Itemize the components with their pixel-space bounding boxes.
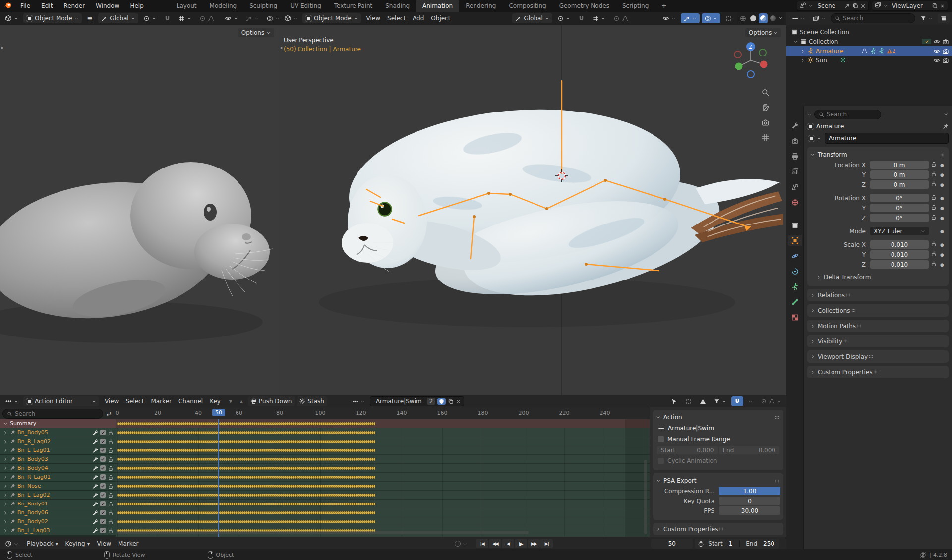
tab-constraints[interactable]: [788, 266, 802, 277]
channel-row-bn_r_lag01[interactable]: Bn_R_Lag01: [0, 473, 116, 481]
keyframe-grid[interactable]: [116, 419, 650, 537]
manual-frame-range-row[interactable]: Manual Frame Range: [656, 434, 780, 445]
field-value[interactable]: 0 m: [870, 180, 929, 189]
field-value[interactable]: 0°: [870, 214, 929, 222]
pivot-dropdown[interactable]: [554, 13, 573, 23]
dopesheet-menu-select[interactable]: Select: [122, 398, 147, 405]
channel-row-bn_l_lag03[interactable]: Bn_L_Lag03: [0, 526, 116, 535]
snap-dropdown[interactable]: [731, 396, 743, 406]
panel-motion-paths[interactable]: Motion Paths: [807, 320, 949, 332]
editor-type-button[interactable]: [2, 396, 21, 406]
orientation-dropdown[interactable]: Global: [98, 13, 138, 23]
viewport-right-canvas[interactable]: ▸ User Perspective (50) Collection | Arm…: [279, 25, 786, 395]
channel-search-input[interactable]: Search: [2, 409, 103, 419]
tab-render[interactable]: [788, 135, 802, 146]
outliner-search-input[interactable]: Search: [831, 13, 915, 23]
outliner-row-collection[interactable]: Collection: [786, 37, 952, 46]
workspace-tab-shading[interactable]: Shading: [379, 0, 416, 12]
proportional-edit-toggle[interactable]: [758, 396, 784, 406]
animate-dot-icon[interactable]: ●: [939, 242, 946, 247]
workspace-tab-rendering[interactable]: Rendering: [459, 0, 502, 12]
outliner-row-scene-collection[interactable]: Scene Collection: [786, 27, 952, 37]
toolbar-toggle-icon[interactable]: ▸: [281, 45, 283, 50]
hide-eye-icon[interactable]: [933, 38, 940, 45]
tab-bone[interactable]: [788, 296, 802, 307]
cyclic-animation-row[interactable]: Cyclic Animation: [656, 455, 780, 466]
play-button[interactable]: ▶: [515, 539, 527, 548]
workspace-tab-modeling[interactable]: Modeling: [203, 0, 243, 12]
mode-dropdown[interactable]: Object Mode: [302, 13, 361, 23]
lock-icon[interactable]: [929, 161, 939, 168]
shading-rendered-button[interactable]: [769, 13, 777, 23]
action-users-count[interactable]: 2: [427, 398, 436, 405]
channel-row-bn_body05[interactable]: Bn_Body05: [0, 428, 116, 437]
dopesheet-menu-channel[interactable]: Channel: [175, 398, 206, 405]
xray-toggle[interactable]: [722, 13, 735, 23]
outliner-scope-dropdown[interactable]: [810, 13, 829, 23]
viewport-menu-object[interactable]: Object: [427, 15, 454, 22]
editor-type-button[interactable]: [2, 13, 21, 23]
play-reverse-button[interactable]: ◀: [502, 539, 514, 548]
field-value[interactable]: XYZ Euler: [870, 227, 929, 235]
unlink-icon[interactable]: [456, 399, 461, 404]
orientation-dropdown[interactable]: Global: [512, 13, 552, 23]
outliner-row-armature[interactable]: Armature 2: [786, 46, 952, 56]
tab-scene[interactable]: [788, 181, 802, 192]
marquee-tool-icon[interactable]: [682, 396, 695, 406]
panel-visibility[interactable]: Visibility: [807, 335, 949, 347]
dopesheet-menu-view[interactable]: View: [101, 398, 122, 405]
selectability-dropdown[interactable]: [222, 13, 241, 23]
shading-material-button[interactable]: [759, 13, 768, 23]
workspace-tab-uv-editing[interactable]: UV Editing: [284, 0, 328, 12]
animate-dot-icon[interactable]: ●: [939, 163, 946, 168]
workspace-tab-scripting[interactable]: Scripting: [616, 0, 655, 12]
field-value[interactable]: 0.010: [870, 250, 929, 259]
lock-icon[interactable]: [929, 171, 939, 178]
field-value[interactable]: 0.010: [870, 240, 929, 249]
menu-help[interactable]: Help: [124, 2, 149, 9]
current-frame-field[interactable]: 50: [651, 539, 693, 549]
transform-panel-header[interactable]: Transform: [810, 149, 946, 160]
outliner-row-sun[interactable]: Sun: [786, 56, 952, 65]
editor-type-button[interactable]: [2, 539, 21, 549]
footer-menu-keying[interactable]: Keying ▾: [61, 540, 93, 547]
animate-dot-icon[interactable]: ●: [939, 206, 946, 211]
exclude-checkbox[interactable]: [922, 39, 931, 44]
start-frame-value[interactable]: 1: [725, 540, 738, 547]
tab-collection[interactable]: [788, 220, 802, 230]
pivot-dropdown[interactable]: [140, 13, 159, 23]
gizmos-dropdown[interactable]: [681, 13, 700, 23]
render-visibility-icon[interactable]: [942, 38, 949, 45]
channel-row-bn_body06[interactable]: Bn_Body06: [0, 508, 116, 517]
lock-icon[interactable]: [929, 204, 939, 212]
channel-row-bn_l_lag02[interactable]: Bn_L_Lag02: [0, 491, 116, 499]
scene-selector[interactable]: Scene: [797, 1, 869, 11]
menu-file[interactable]: File: [15, 2, 36, 9]
lock-icon[interactable]: [929, 241, 939, 248]
viewport-menu-add[interactable]: Add: [409, 15, 427, 22]
tab-world[interactable]: [788, 197, 802, 208]
jump-start-button[interactable]: |◀: [476, 539, 488, 548]
field-value[interactable]: 0 m: [870, 161, 929, 169]
timeline-scrollbar[interactable]: [117, 531, 529, 534]
dopesheet-menu-key[interactable]: Key: [206, 398, 224, 405]
field-value[interactable]: 30.00: [719, 506, 780, 515]
tab-tool[interactable]: [788, 120, 802, 131]
outliner-filter-dropdown[interactable]: [917, 13, 936, 23]
workspace-tab-geometry-nodes[interactable]: Geometry Nodes: [553, 0, 616, 12]
workspace-tab-sculpting[interactable]: Sculpting: [243, 0, 284, 12]
action-panel-header[interactable]: Action: [656, 412, 780, 423]
render-visibility-icon[interactable]: [942, 57, 949, 64]
panel-custom-properties[interactable]: Custom Properties: [807, 366, 949, 378]
start-frame-field[interactable]: Start0.000: [657, 446, 718, 454]
channel-filter-toggle[interactable]: ⇄: [105, 409, 113, 419]
snap-toggle[interactable]: [575, 13, 588, 23]
object-name-field[interactable]: Armature: [825, 133, 949, 144]
workspace-tab-texture-paint[interactable]: Texture Paint: [328, 0, 379, 12]
viewport-options-dropdown[interactable]: Options: [745, 28, 781, 37]
workspace-tab-compositing[interactable]: Compositing: [502, 0, 552, 12]
psa-export-panel-header[interactable]: PSA Export: [656, 475, 780, 486]
toolbar-toggle-icon[interactable]: ▸: [1, 45, 4, 50]
animate-dot-icon[interactable]: ●: [939, 252, 946, 257]
selectability-dropdown[interactable]: [659, 13, 679, 23]
